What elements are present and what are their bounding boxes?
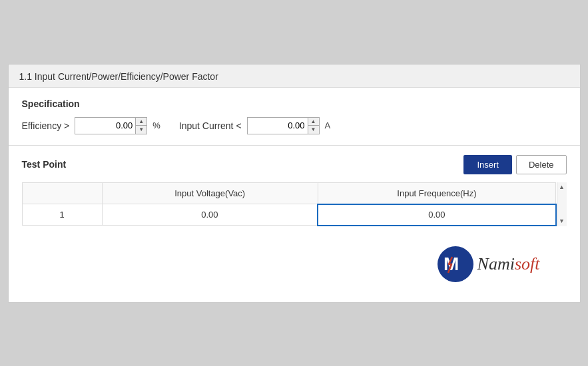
cell-voltage[interactable]: 0.00 bbox=[102, 204, 318, 226]
main-container: 1.1 Input Current/Power/Efficiency/Power… bbox=[8, 64, 581, 303]
delete-button[interactable]: Delete bbox=[516, 155, 567, 174]
scrollbar[interactable]: ▲ ▼ bbox=[557, 182, 567, 226]
scroll-up-arrow[interactable]: ▲ bbox=[557, 182, 567, 192]
test-point-title: Test Point bbox=[22, 159, 67, 170]
efficiency-spin-down[interactable]: ▼ bbox=[136, 126, 147, 134]
table-row: 1 0.00 0.00 bbox=[22, 204, 556, 226]
col-voltage: Input Voltage(Vac) bbox=[102, 182, 318, 204]
efficiency-input[interactable] bbox=[75, 118, 135, 134]
efficiency-spin-buttons: ▲ ▼ bbox=[135, 118, 147, 134]
col-index bbox=[22, 182, 102, 204]
input-current-spin-down[interactable]: ▼ bbox=[308, 126, 319, 134]
efficiency-spin-up[interactable]: ▲ bbox=[136, 118, 147, 126]
logo-brand-name: Namisoft bbox=[477, 254, 540, 274]
page-title: 1.1 Input Current/Power/Efficiency/Power… bbox=[9, 65, 580, 88]
spec-label: Specification bbox=[22, 98, 567, 109]
btn-group: Insert Delete bbox=[463, 155, 566, 174]
input-current-input[interactable] bbox=[248, 118, 308, 134]
cell-index: 1 bbox=[22, 204, 102, 226]
input-current-spinner[interactable]: ▲ ▼ bbox=[247, 117, 320, 134]
namisoft-logo-icon: M bbox=[438, 246, 473, 282]
insert-button[interactable]: Insert bbox=[463, 155, 512, 174]
spec-section: Specification Efficiency > ▲ ▼ % Input C… bbox=[9, 88, 580, 146]
data-table: Input Voltage(Vac) Input Frequence(Hz) 1… bbox=[22, 182, 557, 226]
col-frequency: Input Frequence(Hz) bbox=[318, 182, 555, 204]
test-point-header: Test Point Insert Delete bbox=[22, 155, 567, 174]
input-current-unit: A bbox=[325, 120, 331, 130]
logo-area: M Namisoft bbox=[22, 226, 567, 295]
spec-row: Efficiency > ▲ ▼ % Input Current < ▲ ▼ A bbox=[22, 117, 567, 134]
table-header-row: Input Voltage(Vac) Input Frequence(Hz) bbox=[22, 182, 556, 204]
input-current-label: Input Current < bbox=[179, 120, 242, 131]
test-point-section: Test Point Insert Delete Input Voltage(V… bbox=[9, 146, 580, 302]
efficiency-label: Efficiency > bbox=[22, 120, 70, 131]
cell-frequency[interactable]: 0.00 bbox=[318, 204, 555, 226]
table-container: Input Voltage(Vac) Input Frequence(Hz) 1… bbox=[22, 182, 567, 226]
efficiency-unit: % bbox=[152, 120, 160, 130]
input-current-spin-buttons: ▲ ▼ bbox=[308, 118, 319, 134]
scroll-down-arrow[interactable]: ▼ bbox=[557, 216, 567, 226]
efficiency-spinner[interactable]: ▲ ▼ bbox=[75, 117, 147, 134]
input-current-spin-up[interactable]: ▲ bbox=[308, 118, 319, 126]
